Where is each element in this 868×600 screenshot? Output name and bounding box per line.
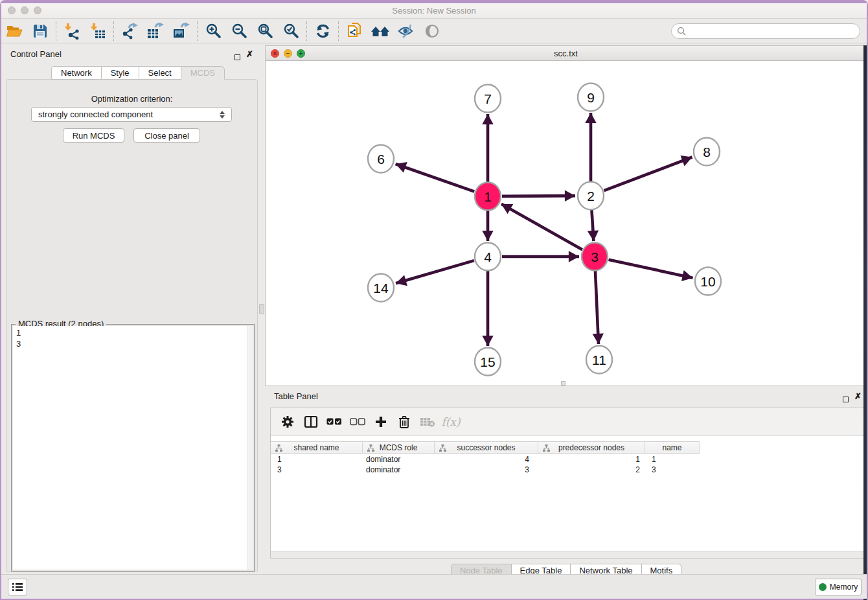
table-toolbar: f(x) — [271, 408, 863, 436]
column-header-successor-nodes[interactable]: successor nodes — [435, 442, 538, 453]
delete-column-button[interactable] — [393, 411, 416, 433]
column-header-name[interactable]: name — [645, 442, 700, 453]
columns-icon — [304, 415, 318, 428]
table-cell[interactable]: 3 — [645, 465, 700, 475]
export-network-button[interactable] — [117, 21, 143, 41]
control-panel-float-button[interactable] — [234, 51, 240, 63]
search-box[interactable] — [671, 23, 860, 39]
homes-button[interactable] — [367, 21, 393, 41]
import-table-icon — [89, 23, 106, 40]
refresh-icon — [315, 23, 331, 39]
save-icon — [32, 23, 48, 39]
mcds-result-scrollbar[interactable] — [247, 326, 253, 570]
column-header-shared-name[interactable]: shared name — [271, 442, 363, 453]
show-panels-menu-button[interactable] — [8, 579, 27, 595]
canvas-resize-handle[interactable] — [561, 381, 565, 386]
table-cell[interactable]: 1 — [538, 454, 645, 465]
graph-edge-3-11[interactable] — [595, 271, 599, 344]
criterion-dropdown[interactable]: strongly connected component — [31, 107, 232, 122]
hierarchy-icon — [543, 444, 550, 452]
mcds-result-line: 3 — [16, 338, 249, 349]
eye-button[interactable] — [419, 21, 445, 41]
criterion-value: strongly connected component — [38, 110, 220, 119]
refresh-button[interactable] — [310, 21, 336, 41]
zoom-fit-button[interactable] — [252, 21, 278, 41]
import-table-button[interactable] — [85, 21, 111, 41]
network-canvas[interactable]: 7968124314101511 — [266, 61, 866, 386]
search-input[interactable] — [686, 27, 860, 36]
table-row[interactable]: 3dominator323 — [271, 465, 700, 475]
graph-edge-1-2[interactable] — [502, 196, 575, 196]
graph-node-label: 4 — [484, 249, 492, 264]
graph-edge-3-10[interactable] — [608, 260, 692, 278]
window-edge-strip — [863, 45, 867, 600]
column-header-label: predecessor nodes — [558, 443, 624, 452]
tab-mcds[interactable]: MCDS — [181, 66, 225, 80]
search-icon — [677, 27, 686, 36]
table-cell[interactable]: 1 — [271, 454, 363, 465]
function-builder-button[interactable]: f(x) — [439, 411, 463, 433]
table-cell[interactable]: 4 — [435, 454, 538, 465]
table-cell[interactable]: dominator — [363, 465, 435, 475]
save-session-button[interactable] — [27, 21, 53, 41]
column-header-predecessor-nodes[interactable]: predecessor nodes — [538, 442, 645, 453]
column-header-MCDS-role[interactable]: MCDS role — [363, 442, 435, 453]
tab-style[interactable]: Style — [102, 66, 139, 80]
table-cell[interactable]: 3 — [435, 465, 538, 475]
table-panel-float-button[interactable] — [843, 393, 849, 405]
graph-edge-3-1[interactable] — [501, 204, 582, 249]
export-image-button[interactable] — [168, 21, 194, 41]
chevron-updown-icon — [220, 111, 225, 119]
graph-edge-4-14[interactable] — [396, 260, 474, 283]
graph-node-label: 3 — [591, 249, 599, 264]
table-cell[interactable]: 3 — [271, 465, 363, 475]
hide-eye-button[interactable] — [393, 21, 419, 41]
duplicate-network-button[interactable] — [341, 21, 367, 41]
select-all-button[interactable] — [323, 411, 346, 433]
table-cell[interactable]: 2 — [538, 465, 645, 475]
network-view-window: × − + scc.txt 7968124314101511 — [265, 45, 867, 386]
open-session-button[interactable] — [1, 21, 27, 41]
table-row[interactable]: 1dominator411 — [271, 454, 700, 465]
gear-icon — [280, 415, 295, 429]
mcds-result-textarea[interactable]: 13 — [13, 326, 253, 570]
deselect-all-button[interactable] — [346, 411, 369, 433]
vertical-splitter-handle[interactable] — [259, 304, 264, 314]
export-table-button[interactable] — [143, 21, 168, 41]
create-column-button[interactable] — [369, 411, 393, 433]
toolbar-separator — [197, 21, 198, 41]
zoom-in-icon — [205, 23, 222, 39]
graph-node-label: 9 — [587, 90, 595, 105]
graph-node-label: 6 — [377, 152, 385, 167]
graph-edge-2-8[interactable] — [604, 157, 692, 191]
zoom-selected-icon — [283, 23, 299, 39]
memory-label: Memory — [830, 583, 858, 592]
hierarchy-icon — [275, 444, 282, 452]
graph-node-label: 10 — [700, 274, 715, 289]
table-settings-button[interactable] — [276, 411, 299, 433]
show-column-button[interactable] — [299, 411, 323, 433]
delete-table-icon — [420, 417, 435, 427]
zoom-out-button[interactable] — [226, 21, 252, 41]
control-panel-close-button[interactable]: ✗ — [246, 49, 253, 59]
table-cell[interactable]: dominator — [363, 454, 435, 465]
delete-table-button[interactable] — [416, 411, 439, 433]
column-header-label: MCDS role — [380, 443, 418, 452]
graph-node-label: 2 — [587, 189, 595, 203]
table-panel-close-button[interactable]: ✗ — [854, 391, 862, 401]
memory-status-icon — [819, 583, 827, 591]
network-window-titlebar: × − + scc.txt — [266, 46, 866, 61]
memory-button[interactable]: Memory — [815, 579, 862, 595]
tab-network[interactable]: Network — [51, 66, 102, 80]
zoom-in-button[interactable] — [200, 21, 226, 41]
zoom-selected-button[interactable] — [278, 21, 304, 41]
graph-edge-2-3[interactable] — [591, 210, 593, 241]
tab-select[interactable]: Select — [139, 66, 181, 80]
table-cell[interactable]: 1 — [645, 454, 700, 465]
run-mcds-button[interactable]: Run MCDS — [63, 128, 124, 143]
export-network-icon — [121, 23, 139, 40]
close-panel-button[interactable]: Close panel — [133, 128, 200, 143]
graph-edge-1-6[interactable] — [396, 164, 475, 192]
import-network-button[interactable] — [59, 21, 85, 41]
plus-icon — [374, 415, 387, 428]
